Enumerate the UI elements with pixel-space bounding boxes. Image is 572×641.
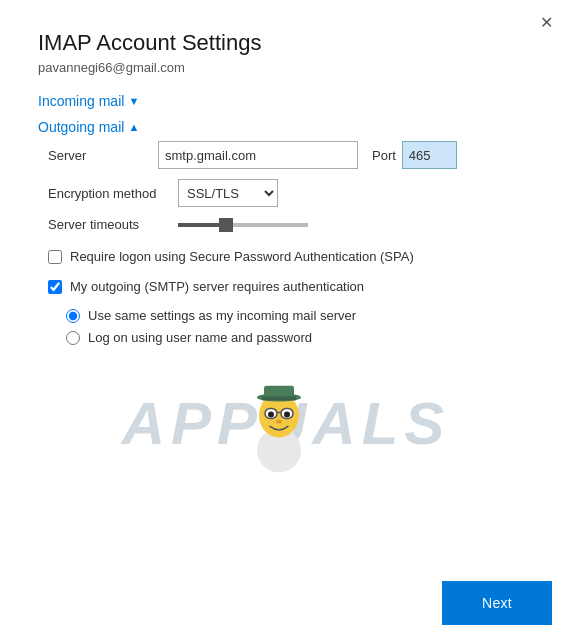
watermark-area: APPUALS [38,363,534,483]
outgoing-mail-arrow: ▲ [128,121,139,133]
mascot [244,386,314,480]
spa-checkbox[interactable] [48,250,62,264]
smtp-row: My outgoing (SMTP) server requires authe… [48,278,534,296]
mascot-svg [244,386,314,476]
dialog-content: IMAP Account Settings pavannegi66@gmail.… [0,0,572,571]
dialog-footer: Next [0,571,572,641]
dialog-title: IMAP Account Settings [38,30,534,56]
spa-row: Require logon using Secure Password Auth… [48,248,534,266]
radio-logon-row: Log on using user name and password [66,330,534,345]
svg-rect-4 [262,397,296,401]
radio-logon-label[interactable]: Log on using user name and password [88,330,312,345]
port-label: Port [372,148,396,163]
next-button[interactable]: Next [442,581,552,625]
encryption-select[interactable]: SSL/TLS None STARTTLS Auto [178,179,278,207]
server-row: Server Port [48,141,534,169]
radio-same-row: Use same settings as my incoming mail se… [66,308,534,323]
auth-radio-group: Use same settings as my incoming mail se… [66,308,534,345]
spa-label[interactable]: Require logon using Secure Password Auth… [70,248,414,266]
encryption-row: Encryption method SSL/TLS None STARTTLS … [48,179,534,207]
incoming-mail-label: Incoming mail [38,93,124,109]
svg-point-7 [268,412,274,418]
svg-point-12 [276,420,282,424]
smtp-label[interactable]: My outgoing (SMTP) server requires authe… [70,278,364,296]
outgoing-mail-section: Outgoing mail ▲ Server Port Encryption m… [38,119,534,355]
server-label: Server [48,148,158,163]
dialog-email: pavannegi66@gmail.com [38,60,534,75]
radio-same-label[interactable]: Use same settings as my incoming mail se… [88,308,356,323]
encryption-label: Encryption method [48,186,178,201]
outgoing-mail-label: Outgoing mail [38,119,124,135]
timeout-slider[interactable] [178,223,308,227]
incoming-mail-toggle[interactable]: Incoming mail ▼ [38,93,534,109]
outgoing-mail-toggle[interactable]: Outgoing mail ▲ [38,119,139,135]
incoming-mail-arrow: ▼ [128,95,139,107]
smtp-checkbox[interactable] [48,280,62,294]
timeout-label: Server timeouts [48,217,178,232]
radio-logon-input[interactable] [66,331,80,345]
radio-same-input[interactable] [66,309,80,323]
port-input[interactable] [402,141,457,169]
imap-account-settings-dialog: ✕ IMAP Account Settings pavannegi66@gmai… [0,0,572,641]
close-button[interactable]: ✕ [534,10,558,34]
svg-point-8 [284,412,290,418]
timeout-row: Server timeouts [48,217,534,232]
server-input[interactable] [158,141,358,169]
